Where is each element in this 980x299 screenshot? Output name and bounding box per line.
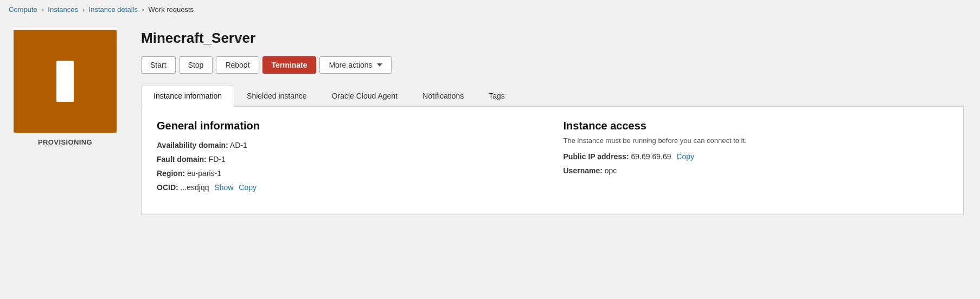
ocid-value: ...esdjqq [181, 183, 209, 192]
instance-status-badge: PROVISIONING [38, 138, 92, 146]
tab-instance-information[interactable]: Instance information [141, 86, 234, 107]
start-button[interactable]: Start [141, 56, 176, 74]
fault-domain-label: Fault domain: [157, 155, 207, 164]
chevron-down-icon [377, 63, 382, 67]
public-ip-row: Public IP address: 69.69.69.69 Copy [563, 152, 949, 161]
page-title: Minecraft_Server [141, 30, 964, 47]
reboot-button[interactable]: Reboot [216, 56, 259, 74]
stop-button[interactable]: Stop [179, 56, 213, 74]
breadcrumb-instances[interactable]: Instances [48, 5, 78, 14]
username-value: opc [605, 166, 617, 175]
ocid-show-link[interactable]: Show [214, 183, 233, 192]
fault-domain-value: FD-1 [209, 155, 226, 164]
instance-access-section: Instance access The instance must be run… [563, 120, 949, 202]
breadcrumb: Compute › Instances › Instance details ›… [0, 0, 980, 19]
region-label: Region: [157, 169, 185, 178]
availability-domain-value: AD-1 [230, 141, 247, 150]
tab-oracle-cloud-agent[interactable]: Oracle Cloud Agent [319, 86, 410, 106]
tabs-row: Instance information Shielded instance O… [141, 86, 964, 107]
instance-icon-box [14, 30, 117, 133]
ocid-row: OCID: ...esdjqq Show Copy [157, 183, 542, 192]
general-info-title: General information [157, 120, 542, 132]
tab-content: General information Availability domain:… [141, 107, 964, 215]
more-actions-button[interactable]: More actions [319, 56, 391, 74]
public-ip-label: Public IP address: [563, 152, 629, 161]
public-ip-copy-link[interactable]: Copy [676, 152, 694, 161]
instance-access-title: Instance access [563, 120, 949, 132]
fault-domain-row: Fault domain: FD-1 [157, 155, 542, 164]
public-ip-value: 69.69.69.69 [631, 152, 671, 161]
breadcrumb-sep-2: › [82, 5, 85, 14]
tab-notifications[interactable]: Notifications [410, 86, 476, 106]
sidebar-panel: PROVISIONING [0, 19, 130, 279]
region-value: eu-paris-1 [187, 169, 221, 178]
ocid-copy-link[interactable]: Copy [239, 183, 257, 192]
more-actions-label: More actions [329, 61, 372, 69]
region-row: Region: eu-paris-1 [157, 169, 542, 178]
breadcrumb-sep-3: › [142, 5, 144, 14]
breadcrumb-compute[interactable]: Compute [9, 5, 37, 14]
instance-access-description: The instance must be running before you … [563, 136, 949, 145]
availability-domain-label: Availability domain: [157, 141, 228, 150]
username-label: Username: [563, 166, 603, 175]
breadcrumb-instance-details[interactable]: Instance details [89, 5, 138, 14]
breadcrumb-sep-1: › [41, 5, 43, 14]
username-row: Username: opc [563, 166, 949, 175]
availability-domain-row: Availability domain: AD-1 [157, 141, 542, 150]
breadcrumb-work-requests: Work requests [149, 5, 194, 14]
tab-shielded-instance[interactable]: Shielded instance [234, 86, 319, 106]
terminate-button[interactable]: Terminate [262, 56, 317, 74]
main-layout: PROVISIONING Minecraft_Server Start Stop… [0, 19, 980, 279]
tab-tags[interactable]: Tags [476, 86, 517, 106]
content-panel: Minecraft_Server Start Stop Reboot Termi… [130, 19, 980, 279]
instance-icon [56, 61, 74, 102]
ocid-label: OCID: [157, 183, 178, 192]
action-buttons-row: Start Stop Reboot Terminate More actions [141, 56, 964, 74]
general-info-section: General information Availability domain:… [157, 120, 542, 202]
